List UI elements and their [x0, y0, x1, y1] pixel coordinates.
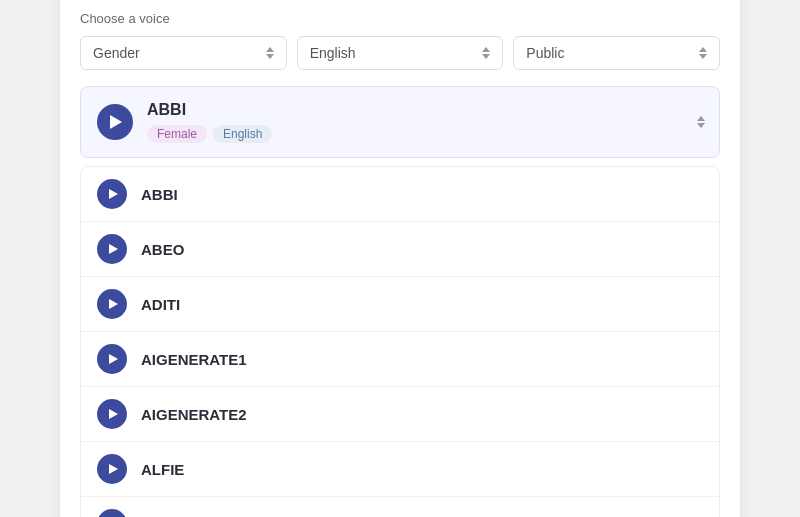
voice-item-name: AIGENERATE2 — [141, 406, 247, 423]
gender-filter-text: Gender — [93, 45, 258, 61]
selected-voice-name: ABBI — [147, 101, 703, 119]
gender-chevron-icon — [266, 47, 274, 59]
voice-item-name: AIGENERATE1 — [141, 351, 247, 368]
visibility-filter-text: Public — [526, 45, 691, 61]
list-item[interactable]: ABBI — [81, 167, 719, 222]
play-icon — [109, 244, 118, 254]
voice-item-name: ABBI — [141, 186, 178, 203]
selected-voice-play-button[interactable] — [97, 104, 133, 140]
list-item[interactable]: AMBER — [81, 497, 719, 517]
visibility-filter[interactable]: Public — [513, 36, 720, 70]
play-icon — [109, 409, 118, 419]
play-icon — [110, 115, 122, 129]
language-chevron-icon — [482, 47, 490, 59]
list-item[interactable]: ADITI — [81, 277, 719, 332]
voice-list: ABBIABEOADITIAIGENERATE1AIGENERATE2ALFIE… — [80, 166, 720, 517]
voice-play-button[interactable] — [97, 344, 127, 374]
voice-play-button[interactable] — [97, 399, 127, 429]
play-icon — [109, 189, 118, 199]
list-item[interactable]: ALFIE — [81, 442, 719, 497]
list-item[interactable]: AIGENERATE1 — [81, 332, 719, 387]
voice-item-name: ABEO — [141, 241, 184, 258]
voice-item-name: ADITI — [141, 296, 180, 313]
selected-card-chevron-icon — [697, 116, 705, 128]
voice-play-button[interactable] — [97, 289, 127, 319]
list-item[interactable]: ABEO — [81, 222, 719, 277]
voice-play-button[interactable] — [97, 234, 127, 264]
language-filter-text: English — [310, 45, 475, 61]
voice-item-name: ALFIE — [141, 461, 184, 478]
gender-filter[interactable]: Gender — [80, 36, 287, 70]
choose-voice-label: Choose a voice — [80, 11, 720, 26]
list-item[interactable]: AIGENERATE2 — [81, 387, 719, 442]
play-icon — [109, 354, 118, 364]
selected-voice-info: ABBI Female English — [147, 101, 703, 143]
voice-play-button[interactable] — [97, 179, 127, 209]
play-icon — [109, 464, 118, 474]
voice-play-button[interactable] — [97, 509, 127, 517]
selected-voice-card: ABBI Female English — [80, 86, 720, 158]
voice-play-button[interactable] — [97, 454, 127, 484]
tag-female: Female — [147, 125, 207, 143]
play-icon — [109, 299, 118, 309]
selected-voice-tags: Female English — [147, 125, 703, 143]
tts-panel: 💬 Text to speech Choose a voice Gender E… — [60, 0, 740, 517]
tag-english: English — [213, 125, 272, 143]
language-filter[interactable]: English — [297, 36, 504, 70]
visibility-chevron-icon — [699, 47, 707, 59]
filters-row: Gender English Public — [80, 36, 720, 70]
